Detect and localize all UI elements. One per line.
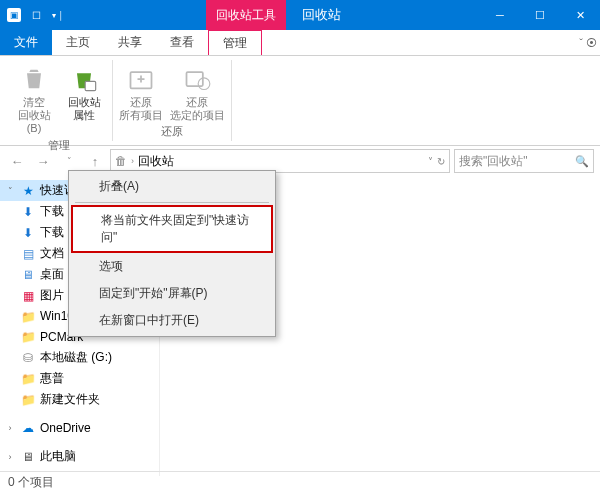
item-count: 0 个项目 <box>8 474 54 491</box>
pc-icon: 🖥 <box>20 449 36 465</box>
chevron-right-icon[interactable]: › <box>4 452 16 462</box>
ctx-open-new-window[interactable]: 在新窗口中打开(E) <box>71 307 273 334</box>
tab-view[interactable]: 查看 <box>156 30 208 55</box>
contextual-tab-label: 回收站工具 <box>206 0 286 30</box>
chevron-right-icon: › <box>131 156 134 166</box>
recycle-bin-properties-button[interactable]: 回收站 属性 <box>62 64 106 122</box>
context-menu: 折叠(A) 将当前文件夹固定到"快速访问" 选项 固定到"开始"屏幕(P) 在新… <box>68 170 276 337</box>
star-icon: ★ <box>20 183 36 199</box>
tab-file[interactable]: 文件 <box>0 30 52 55</box>
sidebar-item-onedrive[interactable]: ›☁OneDrive <box>0 418 159 438</box>
desktop-icon: 🖥 <box>20 267 36 283</box>
folder-icon: 📁 <box>20 371 36 387</box>
chevron-down-icon[interactable]: ˅ <box>4 186 16 196</box>
tab-manage[interactable]: 管理 <box>208 30 262 55</box>
ribbon: 清空 回收站(B) 回收站 属性 管理 还原 所有项目 <box>0 56 600 146</box>
ribbon-group-manage: 清空 回收站(B) 回收站 属性 管理 <box>6 60 113 141</box>
drive-icon: ⛁ <box>20 350 36 366</box>
onedrive-icon: ☁ <box>20 420 36 436</box>
ctx-options[interactable]: 选项 <box>71 253 273 280</box>
properties-icon <box>69 64 99 94</box>
path-segment[interactable]: 回收站 <box>138 153 174 170</box>
chevron-right-icon[interactable]: › <box>4 423 16 433</box>
refresh-icon[interactable]: ↻ <box>437 156 445 167</box>
download-icon: ⬇ <box>20 225 36 241</box>
search-input[interactable]: 搜索"回收站" 🔍 <box>454 149 594 173</box>
search-placeholder: 搜索"回收站" <box>459 153 528 170</box>
titlebar: ▣ ☐ ▾ │ 回收站工具 回收站 ─ ☐ ✕ <box>0 0 600 30</box>
up-button[interactable]: ↑ <box>84 150 106 172</box>
ribbon-tabs: 文件 主页 共享 查看 管理 ˇ ⦿ <box>0 30 600 56</box>
sidebar-item-drive-g[interactable]: ⛁本地磁盘 (G:) <box>0 347 159 368</box>
ctx-collapse[interactable]: 折叠(A) <box>71 173 273 200</box>
download-icon: ⬇ <box>20 204 36 220</box>
close-button[interactable]: ✕ <box>560 0 600 30</box>
sidebar-item-hp[interactable]: 📁惠普 <box>0 368 159 389</box>
tab-home[interactable]: 主页 <box>52 30 104 55</box>
folder-icon: 📁 <box>20 309 36 325</box>
collapse-ribbon-icon[interactable]: ˇ ⦿ <box>576 30 600 55</box>
status-bar: 0 个项目 <box>0 471 600 493</box>
search-icon: 🔍 <box>575 155 589 168</box>
qat-dropdown-icon[interactable]: ▾ │ <box>50 7 66 23</box>
document-icon: ▤ <box>20 246 36 262</box>
restore-selected-button[interactable]: 还原 选定的项目 <box>169 64 225 122</box>
window-controls: ─ ☐ ✕ <box>480 0 600 30</box>
ribbon-group-restore: 还原 所有项目 还原 选定的项目 还原 <box>113 60 232 141</box>
svg-rect-0 <box>85 81 96 90</box>
menu-separator <box>75 202 269 203</box>
back-button[interactable]: ← <box>6 150 28 172</box>
recent-locations-icon[interactable]: ˅ <box>58 150 80 172</box>
restore-all-icon <box>126 64 156 94</box>
folder-icon: 📁 <box>20 329 36 345</box>
tab-share[interactable]: 共享 <box>104 30 156 55</box>
sidebar-item-new-folder[interactable]: 📁新建文件夹 <box>0 389 159 410</box>
window-title: 回收站 <box>302 6 341 24</box>
app-icon[interactable]: ▣ <box>6 7 22 23</box>
maximize-button[interactable]: ☐ <box>520 0 560 30</box>
qat-item-1[interactable]: ☐ <box>28 7 44 23</box>
ctx-pin-to-start[interactable]: 固定到"开始"屏幕(P) <box>71 280 273 307</box>
pictures-icon: ▦ <box>20 288 36 304</box>
svg-point-3 <box>198 78 210 90</box>
quick-access-toolbar: ▣ ☐ ▾ │ <box>0 7 66 23</box>
restore-all-button[interactable]: 还原 所有项目 <box>119 64 163 122</box>
recycle-bin-path-icon: 🗑 <box>115 154 127 168</box>
folder-icon: 📁 <box>20 392 36 408</box>
forward-button[interactable]: → <box>32 150 54 172</box>
sidebar-item-this-pc[interactable]: ›🖥此电脑 <box>0 446 159 467</box>
empty-recycle-bin-button[interactable]: 清空 回收站(B) <box>12 64 56 136</box>
path-dropdown-icon[interactable]: ˅ <box>428 156 433 167</box>
minimize-button[interactable]: ─ <box>480 0 520 30</box>
recycle-bin-icon <box>19 64 49 94</box>
restore-selected-icon <box>182 64 212 94</box>
ctx-pin-to-quick-access[interactable]: 将当前文件夹固定到"快速访问" <box>71 205 273 253</box>
